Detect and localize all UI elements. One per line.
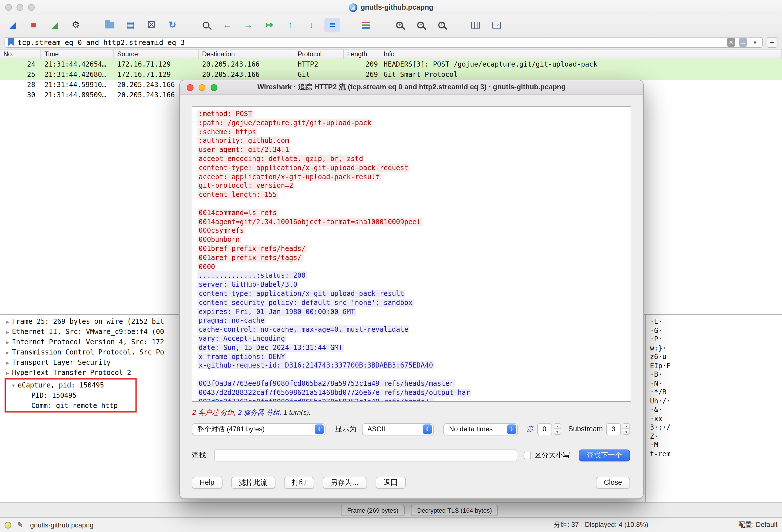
case-sensitive-checkbox[interactable] xyxy=(524,452,531,459)
minimize-window-button[interactable] xyxy=(16,4,23,11)
stream-number-spinner[interactable]: 0 ▲▼ xyxy=(537,423,561,435)
filter-clear-icon[interactable]: ✕ xyxy=(727,38,735,46)
chevron-right-icon[interactable]: ▸ xyxy=(3,318,12,325)
spinner-arrows-icon[interactable]: ▲▼ xyxy=(554,423,561,435)
packet-row[interactable]: 2521:31:44.42680…172.16.71.12920.205.243… xyxy=(0,69,782,80)
filter-out-stream-button[interactable]: 滤掉此流 xyxy=(231,476,275,489)
resize-columns-icon[interactable] xyxy=(467,17,483,32)
go-bottom-icon[interactable]: ↓ xyxy=(304,17,319,32)
display-filter-field[interactable]: tcp.stream eq 0 and http2.streamid eq 3 … xyxy=(5,37,762,47)
status-packet-counts: 分组: 37 · Displayed: 4 (10.8%) xyxy=(554,520,648,530)
layout-icon[interactable]: 1 2 xyxy=(488,17,504,32)
substream-number-spinner[interactable]: 3 ▲▼ xyxy=(606,423,630,435)
save-as-button[interactable]: 另存为… xyxy=(322,476,367,489)
dialog-buttons-row: Help 滤掉此流 打印 另存为… 返回 Close xyxy=(192,476,630,489)
detail-tree-label: Frame 25: 269 bytes on wire (2152 bit xyxy=(12,318,164,325)
packet-protocol-cell: HTTP2 xyxy=(294,60,344,68)
column-header-source[interactable]: Source xyxy=(114,49,199,59)
zoom-in-icon[interactable]: + xyxy=(392,17,407,32)
column-header-no[interactable]: No. xyxy=(0,49,41,59)
back-button[interactable]: 返回 xyxy=(375,476,405,489)
find-input[interactable] xyxy=(214,449,517,461)
packet-bytes-pane[interactable]: ·E··G··P·w:}·z6·uEIp·F·B··N··*/RUh·/··&·… xyxy=(646,315,782,502)
chevron-right-icon[interactable]: ▸ xyxy=(3,349,12,355)
stream-line: content-security-policy: default-src 'no… xyxy=(198,298,626,308)
go-top-icon[interactable]: ↑ xyxy=(282,17,298,32)
print-button[interactable]: 打印 xyxy=(284,476,314,489)
wireshark-logo-icon xyxy=(349,3,357,12)
hex-ascii-fragment: ·G· xyxy=(650,326,782,335)
packet-row[interactable]: 2421:31:44.42654…172.16.71.12920.205.243… xyxy=(0,59,782,69)
tab-decrypted-tls[interactable]: Decrypted TLS (164 bytes) xyxy=(411,505,498,516)
chevron-right-icon[interactable]: ▸ xyxy=(3,369,12,376)
packet-time-cell: 21:31:44.59910… xyxy=(41,81,114,89)
close-file-icon[interactable]: ☒ xyxy=(143,17,159,32)
detail-tree-label: Ethernet II, Src: VMware_c9:be:f4 (00 xyxy=(12,328,164,336)
auto-scroll-icon[interactable]: ≡ xyxy=(324,17,340,32)
stream-line: content-type: application/x-git-upload-p… xyxy=(198,164,626,173)
chevron-right-icon[interactable]: ▸ xyxy=(3,328,12,335)
detail-tree-label: Transmission Control Protocol, Src Po xyxy=(12,348,164,356)
spinner-arrows-icon[interactable]: ▲▼ xyxy=(623,423,630,435)
hex-ascii-fragment: t-rem xyxy=(650,450,782,459)
find-next-button[interactable]: 查找下一个 xyxy=(578,449,630,461)
reload-file-icon[interactable]: ↻ xyxy=(165,17,180,32)
stream-line: accept-encoding: deflate, gzip, br, zstd xyxy=(198,155,626,164)
conversation-select[interactable]: 整个对话 (4781 bytes) ▲▼ xyxy=(192,423,325,435)
dialog-minimize-button[interactable] xyxy=(199,84,206,91)
filter-dropdown-icon[interactable]: ▾ xyxy=(751,38,759,46)
chevron-down-icon[interactable]: ▾ xyxy=(9,382,17,388)
stream-line: pragma: no-cache xyxy=(198,317,626,326)
detail-tree-item[interactable]: ▾eCapture, pid: 150495 xyxy=(6,380,136,390)
select-chevrons-icon: ▲▼ xyxy=(423,424,432,434)
filter-bookmark-icon[interactable] xyxy=(8,38,14,46)
stream-line: server: GitHub-Babel/3.0 xyxy=(198,281,626,290)
zoom-original-icon[interactable]: 1 xyxy=(434,17,450,32)
column-header-time[interactable]: Time xyxy=(41,49,114,59)
column-header-destination[interactable]: Destination xyxy=(199,49,294,59)
stream-line: user-agent: git/2.34.1 xyxy=(198,146,626,155)
go-back-icon[interactable]: ← xyxy=(219,17,235,32)
close-button[interactable]: Close xyxy=(596,476,630,489)
stop-capture-icon[interactable]: ■ xyxy=(26,17,41,32)
zoom-out-icon[interactable]: − xyxy=(413,17,429,32)
chevron-right-icon[interactable]: ▸ xyxy=(3,339,12,345)
delta-times-select[interactable]: No delta times ▲▼ xyxy=(443,423,518,435)
stream-line: 001bref-prefix refs/heads/ xyxy=(198,245,626,254)
help-button[interactable]: Help xyxy=(192,476,222,489)
detail-tree-label: Comm: git-remote-http xyxy=(31,402,117,410)
dialog-close-button[interactable] xyxy=(187,84,193,91)
colorize-packets-icon[interactable] xyxy=(358,17,374,32)
capture-options-icon[interactable]: ⚙ xyxy=(68,17,84,32)
column-header-length[interactable]: Length xyxy=(344,49,380,59)
capture-comment-icon[interactable]: ✎ xyxy=(17,521,23,529)
find-packet-icon[interactable] xyxy=(198,17,214,32)
stream-line: ..............:status: 200 xyxy=(198,272,626,281)
stream-content-view[interactable]: :method: POST:path: /gojue/ecapture.git/… xyxy=(192,106,631,402)
column-header-protocol[interactable]: Protocol xyxy=(294,49,344,59)
filter-add-button[interactable]: + xyxy=(767,37,777,47)
detail-tree-item[interactable]: Comm: git-remote-http xyxy=(6,400,136,411)
tab-frame-bytes[interactable]: Frame (269 bytes) xyxy=(341,505,405,516)
display-filter-input[interactable]: tcp.stream eq 0 and http2.streamid eq 3 xyxy=(17,38,723,46)
go-forward-icon[interactable]: → xyxy=(240,17,256,32)
open-file-icon[interactable] xyxy=(101,17,117,32)
show-as-select[interactable]: ASCII ▲▼ xyxy=(362,423,433,435)
status-filename: gnutls-github.pcapng xyxy=(30,521,94,529)
dialog-zoom-button[interactable] xyxy=(211,84,217,91)
column-header-info[interactable]: Info xyxy=(380,49,782,59)
filter-apply-icon[interactable]: → xyxy=(739,38,747,46)
show-as-select-value: ASCII xyxy=(367,425,385,433)
save-file-icon[interactable]: ▤ xyxy=(122,17,138,32)
detail-tree-label: PID: 150495 xyxy=(31,391,76,399)
start-capture-icon[interactable]: ◢ xyxy=(5,17,21,32)
restart-capture-icon[interactable]: ◢ xyxy=(47,17,63,32)
detail-tree-item[interactable]: PID: 150495 xyxy=(6,390,136,400)
expert-info-icon[interactable] xyxy=(5,522,11,528)
close-window-button[interactable] xyxy=(5,4,12,11)
chevron-right-icon[interactable]: ▸ xyxy=(3,359,12,365)
stream-line: vary: Accept-Encoding xyxy=(198,334,626,344)
status-profile[interactable]: 配置: Default xyxy=(739,520,777,530)
go-to-packet-icon[interactable]: ↦ xyxy=(261,17,277,32)
zoom-window-button[interactable] xyxy=(28,4,35,11)
